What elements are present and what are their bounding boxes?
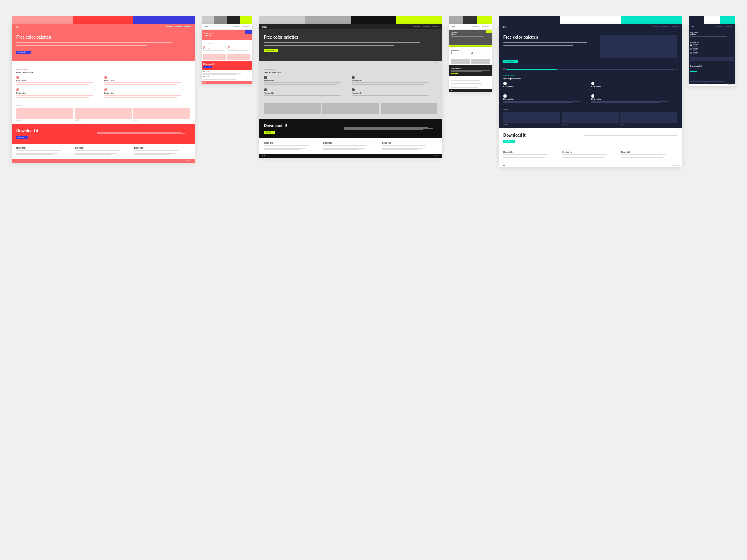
- features-desc-title-3: descriptive title: [264, 71, 437, 74]
- mockup-card-4: Hub. Free colorpalettes See all colors →…: [449, 24, 492, 92]
- dl-3: [97, 133, 185, 134]
- swatch-bar-3: [259, 16, 442, 24]
- mock-footer-5: Block title Block title Bloc: [499, 148, 682, 163]
- bottom-logo-1: Hub.: [15, 160, 18, 162]
- mock-nav-3: Hub.: [259, 24, 442, 30]
- mock-cards-5: Item title → Item title → Item title → I…: [499, 106, 682, 128]
- fl-4: [16, 86, 76, 86]
- nav-logo-1: Hub.: [15, 26, 19, 28]
- nav-link-1: [166, 26, 173, 27]
- mock-cards-3: Item title → Item title → Item title →: [259, 100, 442, 119]
- social-icon-3: [190, 160, 191, 161]
- feature-name-1-3: Feature title: [16, 92, 102, 94]
- features-desc-title-1: descriptive title: [16, 71, 190, 74]
- hero-title-1: Free color palettes: [16, 35, 190, 40]
- nav-links-3: [413, 26, 439, 27]
- swatch-bar-6: [689, 16, 735, 24]
- nav-links-2: [233, 26, 249, 27]
- mini-dl-btn-2[interactable]: Action link →: [203, 66, 212, 68]
- swatch-3-3: [351, 16, 396, 24]
- feature-item-1-3: Feature title: [16, 88, 102, 98]
- nav-links-1: [166, 26, 191, 27]
- footer-col-1-3: Block title: [134, 147, 190, 156]
- mock-nav-1: Hub.: [12, 24, 195, 30]
- slider-fill-1: [23, 63, 71, 63]
- features-grid-3: Feature title Feature title: [264, 76, 437, 96]
- hero-text-3: [16, 45, 147, 46]
- mock-nav-2: Hub.: [202, 24, 252, 30]
- cards-grid-1: Item title → Item title → Item title →: [16, 108, 190, 121]
- swatch-1-1: [12, 16, 73, 24]
- download-btn-arrow-1: →: [25, 136, 26, 138]
- card-img-1-2: [75, 108, 132, 119]
- download-btn-1[interactable]: Action link →: [16, 136, 28, 139]
- mock-footer-1: Block title Block title Bloc: [12, 144, 195, 159]
- mock-cards-1: Item title → Item title → Item title → I…: [12, 102, 195, 124]
- fl-2: [16, 84, 85, 84]
- dl-5: [97, 136, 162, 136]
- slider-count-end-1: 04: [185, 62, 190, 64]
- card-label-1-1: Item title →: [16, 119, 73, 121]
- mockup-col-1: Hub. Free color palettes See all colors …: [12, 16, 195, 163]
- mock-hero-3: Free color palettes See all colors →: [259, 30, 442, 61]
- mock-features-3: Features section descriptive title Featu…: [259, 65, 442, 100]
- mockup-col-4: Hub. Free colorpalettes See all colors →…: [449, 16, 492, 92]
- card-1-3: Item title →: [133, 108, 190, 121]
- mock-download-5: Download it! Action link →: [499, 128, 682, 148]
- features-grid-1: Feature title Feature title: [16, 76, 190, 98]
- mini-cards-2: [202, 52, 252, 61]
- download-btn-3[interactable]: Action link →: [264, 131, 275, 134]
- hero-btn-label-3: See all colors: [266, 50, 274, 51]
- mockup-col-2: Hub. Free colorpalettes Features section…: [202, 16, 252, 84]
- swatch-1-3: [133, 16, 195, 24]
- feature-name-1-1: Feature title: [16, 80, 102, 82]
- mock-download-3: Download it! Action link →: [259, 119, 442, 138]
- social-icon-1: [186, 160, 188, 161]
- cards-link-1: →: [189, 105, 190, 106]
- nav-link-3: [184, 26, 191, 27]
- hero-btn-3[interactable]: See all colors →: [264, 49, 278, 52]
- swatch-bar-2: [202, 16, 252, 24]
- swatch-3-4: [396, 16, 442, 24]
- feature-name-1-2: Feature title: [104, 80, 190, 82]
- mockup-col-6: Hub. Free colorpalettes Features section…: [689, 16, 735, 86]
- swatch-3-1: [259, 16, 305, 24]
- footer-link-1-1: [16, 150, 61, 151]
- nav-logo-3: Hub.: [262, 26, 267, 28]
- nav-link-2: [175, 26, 182, 27]
- feature-icon-1-2: [104, 76, 107, 79]
- bottom-social-1: [186, 160, 191, 161]
- download-title-3: Download it!: [264, 124, 341, 128]
- dl-4: [97, 135, 176, 135]
- hero-btn-1[interactable]: See all colors →: [16, 51, 31, 54]
- slider-track-1: [23, 63, 184, 63]
- social-icon-2: [188, 160, 189, 161]
- mini-hero-2: Free colorpalettes: [202, 30, 252, 40]
- mockup-card-6: Hub. Free colorpalettes Features section…: [689, 24, 735, 86]
- card-label-1-2: Item title →: [75, 119, 132, 121]
- mock-slider-1: 01 04: [12, 61, 195, 65]
- mock-download-1: Download it! Action link →: [12, 124, 195, 144]
- cards-title-1: Item title: [16, 105, 21, 106]
- mini-hero-title-2: Free colorpalettes: [204, 32, 250, 37]
- feature-lines-1-3: [16, 95, 102, 98]
- mockup-card-2: Hub. Free colorpalettes Features section…: [202, 24, 252, 84]
- mock-slider-3: 01 04: [259, 61, 442, 65]
- hero-text-4: [16, 47, 155, 47]
- download-btn-label-3: Action link: [266, 131, 271, 133]
- mockup-card-1: Hub. Free color palettes See all colors …: [12, 24, 195, 163]
- swatch-2-3: [227, 16, 240, 24]
- feature-icon-1-3: [16, 88, 19, 91]
- feature-lines-1-1: [16, 82, 102, 86]
- hero-title-3: Free color palettes: [264, 35, 437, 40]
- mini-dl-title-2: Download it!: [203, 63, 250, 65]
- footer-col-1-2: Block title: [75, 147, 131, 156]
- swatch-bar-4: [449, 16, 492, 24]
- mini-footer-2: Block title Block title: [202, 70, 252, 81]
- mock-hero-1: Free color palettes See all colors →: [12, 30, 195, 61]
- mock-bottom-5: Hub. © 2019 Hub. All Rights Reserved.: [499, 163, 682, 167]
- mock-features-1: Features section descriptive title Featu…: [12, 65, 195, 102]
- feature-lines-1-2: [104, 82, 190, 86]
- mini-download-2: Download it! Action link →: [202, 61, 252, 70]
- footer-title-1-3: Block title: [134, 147, 190, 149]
